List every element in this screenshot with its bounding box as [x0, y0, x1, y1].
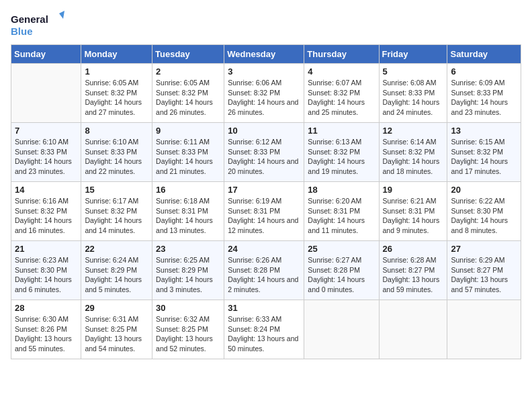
- day-number: 23: [156, 244, 220, 254]
- day-number: 4: [308, 66, 375, 77]
- daylight: Daylight: 14 hours and 9 minutes.: [383, 216, 440, 234]
- calendar-cell: 27 Sunrise: 6:29 AM Sunset: 8:27 PM Dayl…: [447, 241, 521, 300]
- day-info: Sunrise: 6:13 AM Sunset: 8:32 PM Dayligh…: [308, 137, 375, 177]
- sunset: Sunset: 8:33 PM: [451, 89, 503, 97]
- calendar-week-3: 14 Sunrise: 6:16 AM Sunset: 8:32 PM Dayl…: [11, 182, 521, 241]
- calendar-cell: 19 Sunrise: 6:21 AM Sunset: 8:31 PM Dayl…: [379, 182, 447, 241]
- daylight: Daylight: 14 hours and 12 minutes.: [228, 216, 298, 234]
- day-number: 2: [156, 66, 220, 77]
- day-number: 17: [228, 185, 300, 195]
- sunrise: Sunrise: 6:22 AM: [451, 197, 504, 205]
- sunset: Sunset: 8:31 PM: [156, 207, 208, 215]
- daylight: Daylight: 14 hours and 8 minutes.: [451, 216, 508, 234]
- day-number: 31: [228, 303, 300, 313]
- daylight: Daylight: 14 hours and 6 minutes.: [15, 275, 72, 293]
- calendar-cell: 15 Sunrise: 6:17 AM Sunset: 8:32 PM Dayl…: [81, 182, 152, 241]
- daylight: Daylight: 14 hours and 19 minutes.: [308, 157, 365, 175]
- day-info: Sunrise: 6:26 AM Sunset: 8:28 PM Dayligh…: [228, 255, 300, 295]
- day-info: Sunrise: 6:11 AM Sunset: 8:33 PM Dayligh…: [156, 137, 220, 177]
- calendar-cell: [11, 64, 81, 123]
- sunrise: Sunrise: 6:18 AM: [156, 197, 210, 205]
- daylight: Daylight: 14 hours and 23 minutes.: [451, 98, 508, 116]
- sunset: Sunset: 8:32 PM: [308, 89, 360, 97]
- weekday-header-saturday: Saturday: [447, 45, 521, 64]
- daylight: Daylight: 14 hours and 0 minutes.: [308, 275, 365, 293]
- day-info: Sunrise: 6:29 AM Sunset: 8:27 PM Dayligh…: [451, 255, 517, 295]
- sunrise: Sunrise: 6:10 AM: [15, 138, 69, 146]
- daylight: Daylight: 14 hours and 26 minutes.: [228, 98, 298, 116]
- day-info: Sunrise: 6:27 AM Sunset: 8:28 PM Dayligh…: [308, 255, 375, 295]
- day-info: Sunrise: 6:18 AM Sunset: 8:31 PM Dayligh…: [156, 196, 220, 236]
- sunset: Sunset: 8:32 PM: [85, 207, 137, 215]
- day-info: Sunrise: 6:16 AM Sunset: 8:32 PM Dayligh…: [15, 196, 77, 236]
- day-number: 11: [308, 126, 375, 136]
- sunset: Sunset: 8:33 PM: [85, 148, 137, 156]
- day-info: Sunrise: 6:12 AM Sunset: 8:33 PM Dayligh…: [228, 137, 300, 177]
- calendar-cell: 30 Sunrise: 6:32 AM Sunset: 8:25 PM Dayl…: [152, 300, 224, 359]
- sunset: Sunset: 8:33 PM: [383, 89, 435, 97]
- sunrise: Sunrise: 6:33 AM: [228, 315, 281, 323]
- sunset: Sunset: 8:24 PM: [228, 325, 280, 333]
- calendar-cell: 12 Sunrise: 6:14 AM Sunset: 8:32 PM Dayl…: [379, 123, 447, 182]
- calendar-week-4: 21 Sunrise: 6:23 AM Sunset: 8:30 PM Dayl…: [11, 241, 521, 300]
- day-number: 20: [451, 185, 517, 195]
- sunrise: Sunrise: 6:19 AM: [228, 197, 281, 205]
- sunset: Sunset: 8:31 PM: [383, 207, 435, 215]
- calendar-week-2: 7 Sunrise: 6:10 AM Sunset: 8:33 PM Dayli…: [11, 123, 521, 182]
- daylight: Daylight: 14 hours and 21 minutes.: [156, 157, 213, 175]
- calendar-cell: 8 Sunrise: 6:10 AM Sunset: 8:33 PM Dayli…: [81, 123, 152, 182]
- day-number: 10: [228, 126, 300, 136]
- weekday-header-wednesday: Wednesday: [224, 45, 304, 64]
- day-number: 1: [85, 66, 148, 77]
- calendar-cell: 7 Sunrise: 6:10 AM Sunset: 8:33 PM Dayli…: [11, 123, 81, 182]
- calendar-cell: [304, 300, 379, 359]
- sunset: Sunset: 8:33 PM: [156, 148, 208, 156]
- day-info: Sunrise: 6:28 AM Sunset: 8:27 PM Dayligh…: [383, 255, 444, 295]
- calendar-cell: 31 Sunrise: 6:33 AM Sunset: 8:24 PM Dayl…: [224, 300, 304, 359]
- daylight: Daylight: 14 hours and 23 minutes.: [15, 157, 72, 175]
- day-number: 15: [85, 185, 148, 195]
- daylight: Daylight: 13 hours and 55 minutes.: [15, 334, 72, 353]
- day-info: Sunrise: 6:05 AM Sunset: 8:32 PM Dayligh…: [85, 78, 148, 118]
- sunset: Sunset: 8:33 PM: [228, 148, 280, 156]
- daylight: Daylight: 14 hours and 14 minutes.: [85, 216, 142, 234]
- sunset: Sunset: 8:32 PM: [228, 89, 280, 97]
- calendar-cell: 17 Sunrise: 6:19 AM Sunset: 8:31 PM Dayl…: [224, 182, 304, 241]
- sunset: Sunset: 8:32 PM: [15, 207, 67, 215]
- sunrise: Sunrise: 6:29 AM: [451, 256, 504, 264]
- calendar-cell: 24 Sunrise: 6:26 AM Sunset: 8:28 PM Dayl…: [224, 241, 304, 300]
- sunset: Sunset: 8:33 PM: [15, 148, 67, 156]
- daylight: Daylight: 14 hours and 16 minutes.: [15, 216, 72, 234]
- calendar-cell: 28 Sunrise: 6:30 AM Sunset: 8:26 PM Dayl…: [11, 300, 81, 359]
- daylight: Daylight: 13 hours and 54 minutes.: [85, 334, 142, 353]
- day-number: 6: [451, 66, 517, 77]
- sunset: Sunset: 8:29 PM: [156, 266, 208, 274]
- sunrise: Sunrise: 6:16 AM: [15, 197, 69, 205]
- calendar-cell: 3 Sunrise: 6:06 AM Sunset: 8:32 PM Dayli…: [224, 64, 304, 123]
- calendar-table: SundayMondayTuesdayWednesdayThursdayFrid…: [11, 44, 521, 359]
- page-header: General Blue: [11, 11, 521, 39]
- day-info: Sunrise: 6:20 AM Sunset: 8:31 PM Dayligh…: [308, 196, 375, 236]
- sunrise: Sunrise: 6:09 AM: [451, 79, 504, 87]
- sunrise: Sunrise: 6:31 AM: [85, 315, 138, 323]
- sunset: Sunset: 8:32 PM: [383, 148, 435, 156]
- day-info: Sunrise: 6:06 AM Sunset: 8:32 PM Dayligh…: [228, 78, 300, 118]
- calendar-cell: 11 Sunrise: 6:13 AM Sunset: 8:32 PM Dayl…: [304, 123, 379, 182]
- sunrise: Sunrise: 6:07 AM: [308, 79, 361, 87]
- sunset: Sunset: 8:32 PM: [85, 89, 137, 97]
- day-info: Sunrise: 6:10 AM Sunset: 8:33 PM Dayligh…: [85, 137, 148, 177]
- sunrise: Sunrise: 6:10 AM: [85, 138, 138, 146]
- day-info: Sunrise: 6:14 AM Sunset: 8:32 PM Dayligh…: [383, 137, 444, 177]
- day-number: 8: [85, 126, 148, 136]
- day-info: Sunrise: 6:10 AM Sunset: 8:33 PM Dayligh…: [15, 137, 77, 177]
- day-number: 9: [156, 126, 220, 136]
- weekday-header-friday: Friday: [379, 45, 447, 64]
- sunrise: Sunrise: 6:08 AM: [383, 79, 437, 87]
- sunset: Sunset: 8:25 PM: [156, 325, 208, 333]
- day-number: 22: [85, 244, 148, 254]
- day-info: Sunrise: 6:24 AM Sunset: 8:29 PM Dayligh…: [85, 255, 148, 295]
- day-number: 29: [85, 303, 148, 313]
- sunset: Sunset: 8:26 PM: [15, 325, 67, 333]
- day-info: Sunrise: 6:17 AM Sunset: 8:32 PM Dayligh…: [85, 196, 148, 236]
- sunset: Sunset: 8:27 PM: [383, 266, 435, 274]
